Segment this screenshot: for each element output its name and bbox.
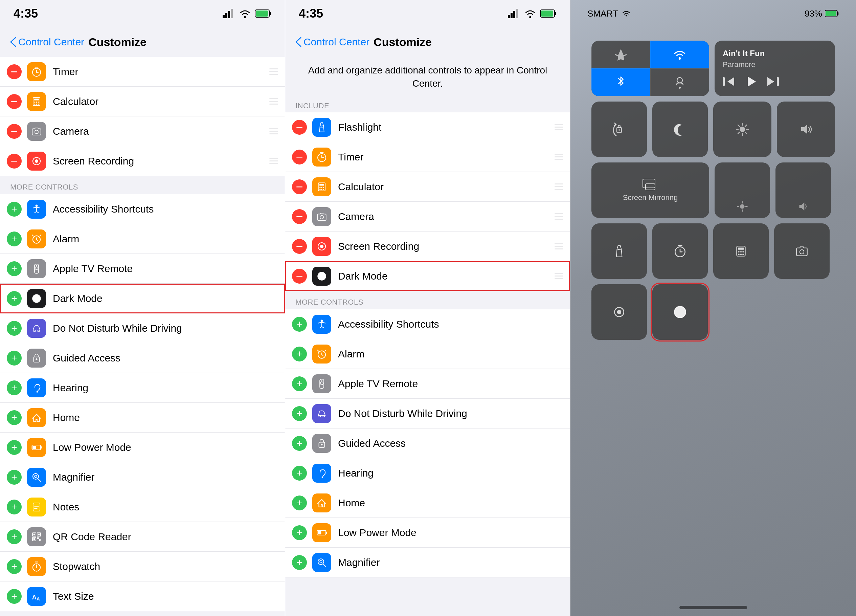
remove-btn-sr-2[interactable]: [292, 239, 307, 254]
cc-darkmode-tile[interactable]: [652, 284, 708, 340]
nav-back-2[interactable]: Control Center: [296, 36, 369, 48]
remove-btn-camera[interactable]: [7, 124, 22, 139]
cc-row-4: [591, 223, 835, 279]
cc-flashlight-tile[interactable]: [591, 223, 647, 279]
cc-screen-record-tile[interactable]: [591, 284, 647, 340]
add-btn-guided-2[interactable]: [292, 436, 307, 451]
stopwatch-label: Stopwatch: [53, 561, 278, 572]
list-item-timer[interactable]: Timer: [0, 57, 285, 87]
list-item-darkmode-2[interactable]: Dark Mode: [285, 261, 570, 291]
remove-btn-darkmode[interactable]: [292, 269, 307, 283]
cc-volume-slider[interactable]: [776, 162, 831, 218]
list-item-home-2[interactable]: Home: [285, 488, 570, 518]
add-btn-magnifier[interactable]: [7, 470, 22, 485]
add-btn-dnd[interactable]: [7, 321, 22, 336]
cc-calculator-tile[interactable]: [713, 223, 769, 279]
cc-wifi-btn[interactable]: [650, 41, 709, 68]
list-item-accessibility-2[interactable]: Accessibility Shortcuts: [285, 310, 570, 339]
cc-network-tile[interactable]: [591, 41, 709, 96]
list-item-calculator-2[interactable]: Calculator: [285, 172, 570, 202]
drag-handle-darkmode: [554, 273, 563, 279]
add-btn-guided[interactable]: [7, 351, 22, 365]
list-item-magnifier-2[interactable]: Magnifier: [285, 548, 570, 578]
list-item-dnd-2[interactable]: Do Not Disturb While Driving: [285, 399, 570, 428]
next-track-icon[interactable]: [767, 76, 779, 87]
notes-icon: [27, 497, 46, 516]
list-item-appletv-2[interactable]: Apple TV Remote: [285, 369, 570, 399]
list-item-alarm-2[interactable]: Alarm: [285, 339, 570, 369]
remove-btn-calculator[interactable]: [7, 94, 22, 109]
list-item-screen-recording[interactable]: Screen Recording: [0, 146, 285, 176]
add-btn-darkmode[interactable]: [7, 291, 22, 306]
add-btn-alarm[interactable]: [7, 231, 22, 246]
list-item-accessibility[interactable]: Accessibility Shortcuts: [0, 194, 285, 224]
add-btn-magnifier-2[interactable]: [292, 555, 307, 570]
add-btn-home[interactable]: [7, 410, 22, 425]
list-item-alarm[interactable]: Alarm: [0, 224, 285, 254]
nav-back-1[interactable]: Control Center: [10, 36, 84, 48]
list-item-hearing[interactable]: Hearing: [0, 373, 285, 403]
cc-screen-mirror-tile[interactable]: Screen Mirroring: [591, 162, 709, 218]
remove-btn-calculator-2[interactable]: [292, 179, 307, 194]
cc-airplane-btn[interactable]: [591, 41, 650, 68]
list-item-appletv[interactable]: Apple TV Remote: [0, 254, 285, 283]
list-item-lowpower-2[interactable]: Low Power Mode: [285, 518, 570, 548]
cc-camera-tile[interactable]: [774, 223, 830, 279]
list-item-timer-2[interactable]: Timer: [285, 142, 570, 172]
add-btn-hearing-2[interactable]: [292, 466, 307, 480]
add-btn-textsize[interactable]: [7, 589, 22, 604]
accessibility-icon-2: [312, 315, 331, 334]
list-item-camera[interactable]: Camera: [0, 116, 285, 146]
add-btn-accessibility-2[interactable]: [292, 317, 307, 332]
guided-access-icon: [27, 349, 46, 368]
list-item-darkmode[interactable]: Dark Mode: [0, 283, 285, 313]
list-item-calculator[interactable]: Calculator: [0, 87, 285, 116]
list-item-dnd-driving[interactable]: Do Not Disturb While Driving: [0, 313, 285, 343]
cc-brightness-slider[interactable]: [714, 162, 770, 218]
signal-icon: [223, 9, 235, 18]
list-item-guided-access[interactable]: Guided Access: [0, 343, 285, 373]
svg-rect-2: [228, 11, 230, 18]
home-icon-2: [312, 493, 331, 513]
add-btn-appletv[interactable]: [7, 261, 22, 276]
add-btn-hearing[interactable]: [7, 380, 22, 395]
list-item-flashlight-2[interactable]: Flashlight: [285, 112, 570, 142]
cc-brightness-tile[interactable]: [713, 102, 771, 157]
cc-volume-tile[interactable]: [777, 102, 835, 157]
list-item-qr[interactable]: QR Code Reader: [0, 522, 285, 552]
list-item-home[interactable]: Home: [0, 403, 285, 433]
add-btn-home-2[interactable]: [292, 496, 307, 510]
cc-dnd-tile[interactable]: [652, 102, 708, 157]
add-btn-alarm-2[interactable]: [292, 346, 307, 362]
list-item-screen-recording-2[interactable]: Screen Recording: [285, 231, 570, 261]
svg-point-64: [323, 189, 324, 190]
remove-btn-flashlight[interactable]: [292, 120, 307, 135]
cc-rotation-lock-tile[interactable]: [591, 102, 647, 157]
list-item-textsize[interactable]: AA Text Size: [0, 582, 285, 611]
list-item-guided-2[interactable]: Guided Access: [285, 428, 570, 458]
cc-music-tile[interactable]: Ain't It Fun Paramore: [714, 41, 835, 96]
list-item-stopwatch[interactable]: Stopwatch: [0, 552, 285, 582]
list-item-hearing-2[interactable]: Hearing: [285, 458, 570, 488]
add-btn-appletv-2[interactable]: [292, 376, 307, 391]
cc-timer-tile[interactable]: [652, 223, 708, 279]
play-icon[interactable]: [744, 75, 757, 88]
remove-btn-camera-2[interactable]: [292, 209, 307, 224]
remove-btn-timer-2[interactable]: [292, 149, 307, 165]
list-item-lowpower[interactable]: Low Power Mode: [0, 433, 285, 462]
add-btn-accessibility[interactable]: [7, 202, 22, 217]
remove-btn-screen-recording[interactable]: [7, 154, 22, 169]
list-item-magnifier[interactable]: Magnifier: [0, 462, 285, 492]
remove-btn-timer[interactable]: [7, 64, 22, 79]
add-btn-lowpower[interactable]: [7, 440, 22, 455]
add-btn-qr[interactable]: [7, 529, 22, 544]
add-btn-lowpower-2[interactable]: [292, 525, 307, 540]
prev-track-icon[interactable]: [723, 76, 734, 87]
list-item-camera-2[interactable]: Camera: [285, 202, 570, 231]
list-item-notes[interactable]: Notes: [0, 492, 285, 522]
add-btn-notes[interactable]: [7, 500, 22, 514]
cc-bluetooth-btn[interactable]: [591, 68, 650, 96]
add-btn-stopwatch[interactable]: [7, 559, 22, 574]
add-btn-dnd-2[interactable]: [292, 406, 307, 421]
cc-airdrop-btn[interactable]: [650, 68, 709, 96]
